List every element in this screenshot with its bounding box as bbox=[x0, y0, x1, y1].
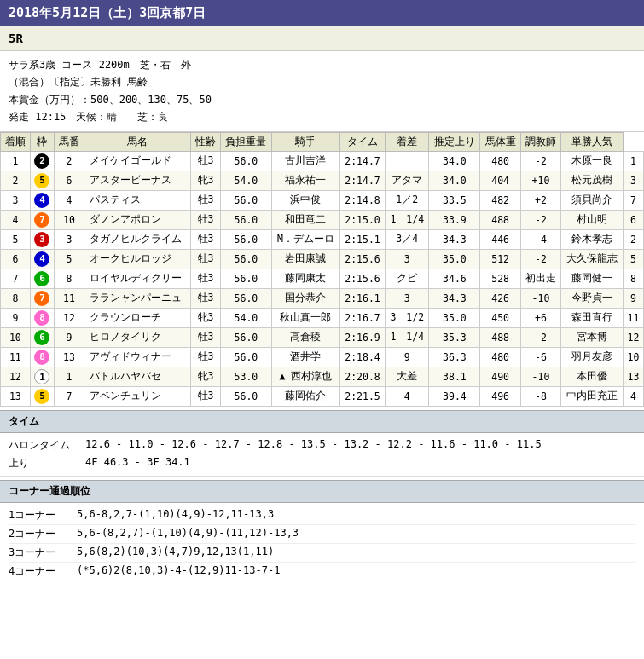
cell-last3f: 34.0 bbox=[429, 171, 480, 190]
cell-time: 2:18.4 bbox=[339, 347, 385, 367]
cell-weight: 53.0 bbox=[220, 367, 271, 386]
table-row: 9 8 12 クラウンローチ 牝3 54.0 秋山真一郎 2:16.7 3 1/… bbox=[1, 308, 644, 327]
cell-margin: 1 1/4 bbox=[386, 210, 429, 229]
cell-weight: 56.0 bbox=[220, 269, 271, 288]
frame-badge: 8 bbox=[34, 310, 49, 326]
cell-sex-age: 牡3 bbox=[191, 288, 221, 308]
results-table: 着順 枠 馬番 馬名 性齢 負担重量 騎手 タイム 着差 推定上り 馬体重 調教… bbox=[0, 132, 644, 407]
cell-rank: 13 bbox=[1, 386, 31, 406]
corner-label: 2コーナー bbox=[9, 527, 77, 541]
cell-last3f: 34.0 bbox=[429, 151, 480, 171]
cell-frame: 5 bbox=[30, 386, 54, 406]
table-row: 4 7 10 ダノンアポロン 牡3 56.0 和田竜二 2:15.0 1 1/4… bbox=[1, 210, 644, 229]
cell-frame: 6 bbox=[30, 269, 54, 288]
cell-popularity: 7 bbox=[623, 190, 643, 210]
cell-num: 1 bbox=[55, 367, 84, 386]
cell-trainer: 村山明 bbox=[561, 210, 624, 229]
cell-jockey: 福永祐一 bbox=[271, 171, 339, 190]
cell-sex-age: 牝3 bbox=[191, 308, 221, 327]
cell-num: 4 bbox=[55, 190, 84, 210]
cell-num: 3 bbox=[55, 229, 84, 249]
col-num: 馬番 bbox=[55, 132, 84, 151]
table-row: 6 4 5 オークヒルロッジ 牡3 56.0 岩田康誠 2:15.6 3 35.… bbox=[1, 249, 644, 269]
cell-time: 2:15.6 bbox=[339, 249, 385, 269]
cell-diff: -2 bbox=[520, 327, 560, 347]
cell-margin: クビ bbox=[386, 269, 429, 288]
cell-body: 488 bbox=[480, 327, 520, 347]
cell-margin bbox=[386, 151, 429, 171]
race-info-line2: （混合）〔指定〕未勝利 馬齢 bbox=[9, 73, 635, 90]
cell-margin: 3 bbox=[386, 288, 429, 308]
cell-diff: -10 bbox=[520, 367, 560, 386]
frame-badge: 8 bbox=[34, 350, 49, 365]
cell-body: 528 bbox=[480, 269, 520, 288]
col-name: 馬名 bbox=[84, 132, 190, 151]
corner-value: 5,6-(8,2,7)-(1,10)(4,9)-(11,12)-13,3 bbox=[77, 527, 635, 541]
cell-jockey: 藤岡佑介 bbox=[271, 386, 339, 406]
cell-frame: 5 bbox=[30, 171, 54, 190]
cell-trainer: 森田直行 bbox=[561, 308, 624, 327]
frame-badge: 3 bbox=[34, 232, 49, 247]
cell-jockey: 秋山真一郎 bbox=[271, 308, 339, 327]
cell-last3f: 39.4 bbox=[429, 386, 480, 406]
cell-margin: 3／4 bbox=[386, 229, 429, 249]
cell-diff: -2 bbox=[520, 210, 560, 229]
cell-last3f: 34.6 bbox=[429, 269, 480, 288]
cell-jockey: ▲ 西村淳也 bbox=[271, 367, 339, 386]
cell-frame: 2 bbox=[30, 151, 54, 171]
agari-value: 4F 46.3 - 3F 34.1 bbox=[85, 456, 635, 471]
cell-jockey: 高倉稜 bbox=[271, 327, 339, 347]
race-number: 5R bbox=[9, 32, 23, 45]
cell-time: 2:14.8 bbox=[339, 190, 385, 210]
cell-sex-age: 牡3 bbox=[191, 386, 221, 406]
cell-frame: 7 bbox=[30, 288, 54, 308]
cell-last3f: 34.3 bbox=[429, 288, 480, 308]
cell-sex-age: 牡3 bbox=[191, 327, 221, 347]
table-row: 8 7 11 ラランャンパーニュ 牡3 56.0 国分恭介 2:16.1 3 3… bbox=[1, 288, 644, 308]
cell-popularity: 2 bbox=[623, 229, 643, 249]
cell-weight: 56.0 bbox=[220, 347, 271, 367]
cell-body: 480 bbox=[480, 347, 520, 367]
cell-name: アスタービーナス bbox=[84, 171, 190, 190]
agari-row: 上り 4F 46.3 - 3F 34.1 bbox=[9, 454, 635, 472]
corner-section: コーナー通過順位 1コーナー 5,6-8,2,7-(1,10)(4,9)-12,… bbox=[0, 480, 644, 585]
corner-label: 3コーナー bbox=[9, 546, 77, 560]
frame-badge: 7 bbox=[34, 212, 49, 228]
cell-jockey: M．デムーロ bbox=[271, 229, 339, 249]
cell-last3f: 35.3 bbox=[429, 327, 480, 347]
cell-last3f: 33.9 bbox=[429, 210, 480, 229]
cell-name: クラウンローチ bbox=[84, 308, 190, 327]
frame-badge: 4 bbox=[34, 251, 49, 267]
cell-num: 11 bbox=[55, 288, 84, 308]
cell-num: 7 bbox=[55, 386, 84, 406]
cell-name: アヴィドウィナー bbox=[84, 347, 190, 367]
cell-rank: 7 bbox=[1, 269, 31, 288]
cell-popularity: 13 bbox=[623, 367, 643, 386]
cell-name: メイケイゴールド bbox=[84, 151, 190, 171]
frame-badge: 1 bbox=[34, 369, 49, 384]
cell-diff: +6 bbox=[520, 308, 560, 327]
col-margin: 着差 bbox=[386, 132, 429, 151]
table-row: 1 2 2 メイケイゴールド 牡3 56.0 古川吉洋 2:14.7 34.0 … bbox=[1, 151, 644, 171]
cell-time: 2:16.7 bbox=[339, 308, 385, 327]
cell-popularity: 6 bbox=[623, 210, 643, 229]
cell-trainer: 須貝尚介 bbox=[561, 190, 624, 210]
col-frame: 枠 bbox=[30, 132, 54, 151]
cell-weight: 56.0 bbox=[220, 288, 271, 308]
col-sex-age: 性齢 bbox=[191, 132, 221, 151]
table-row: 11 8 13 アヴィドウィナー 牡3 56.0 酒井学 2:18.4 9 36… bbox=[1, 347, 644, 367]
cell-name: アベンチュリン bbox=[84, 386, 190, 406]
table-row: 3 4 4 パスティス 牡3 56.0 浜中俊 2:14.8 1／2 33.5 … bbox=[1, 190, 644, 210]
cell-diff: +10 bbox=[520, 171, 560, 190]
col-popularity: 単勝人気 bbox=[561, 132, 624, 151]
col-weight: 負担重量 bbox=[220, 132, 271, 151]
col-last3f: 推定上り bbox=[429, 132, 480, 151]
cell-popularity: 1 bbox=[623, 151, 643, 171]
cell-weight: 56.0 bbox=[220, 190, 271, 210]
cell-diff: -10 bbox=[520, 288, 560, 308]
cell-body: 490 bbox=[480, 367, 520, 386]
cell-jockey: 和田竜二 bbox=[271, 210, 339, 229]
cell-popularity: 5 bbox=[623, 249, 643, 269]
table-row: 13 5 7 アベンチュリン 牡3 56.0 藤岡佑介 2:21.5 4 39.… bbox=[1, 386, 644, 406]
cell-frame: 1 bbox=[30, 367, 54, 386]
